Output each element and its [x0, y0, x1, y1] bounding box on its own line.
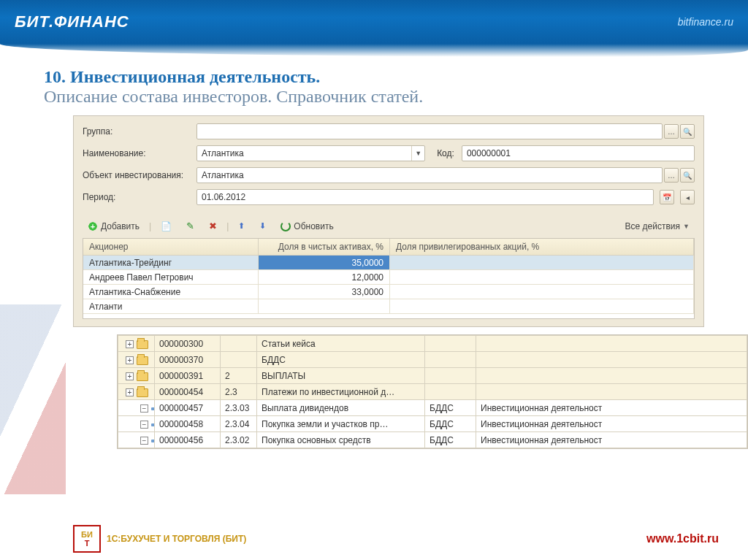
tree-cell-type: БДДС	[425, 432, 476, 448]
logo-mark: БИТ	[73, 525, 101, 553]
pencil-icon: ✎	[186, 220, 194, 231]
label-code: Код:	[437, 148, 454, 158]
period-step-button[interactable]: ◂	[680, 190, 695, 204]
label-name: Наименование:	[83, 148, 192, 158]
shareholders-grid: Акционер Доля в чистых активах, % Доля п…	[83, 238, 695, 319]
group-search-button[interactable]: 🔍	[680, 124, 695, 139]
expand-icon[interactable]: +	[126, 388, 134, 396]
object-select-button[interactable]: …	[664, 168, 679, 183]
table-row[interactable]: Атлантика-Трейдинг 35,0000	[83, 256, 694, 270]
delete-button[interactable]: ✖	[204, 218, 222, 234]
tree-cell-name: БДДС	[257, 352, 425, 368]
tree-cell-act	[476, 336, 747, 352]
collapse-icon[interactable]: −	[140, 404, 148, 413]
move-up-button[interactable]: ⬆	[233, 219, 250, 233]
tree-cell-num: 2.3.04	[221, 416, 257, 432]
footer: БИТ 1С:БУХУЧЕТ И ТОРГОВЛЯ (БИТ) www.1cbi…	[0, 525, 748, 553]
chevron-down-icon: ▼	[683, 223, 690, 230]
tree-cell-code: 000000454	[155, 384, 221, 400]
tree-cell-num	[221, 336, 257, 352]
table-row[interactable]: Андреев Павел Петрович 12,0000	[83, 270, 694, 285]
folder-icon	[137, 340, 148, 349]
col-shareholder[interactable]: Акционер	[83, 239, 259, 255]
all-actions-button[interactable]: Все действия ▼	[620, 219, 695, 234]
col-net-share[interactable]: Доля в чистых активах, %	[259, 239, 390, 255]
period-calendar-button[interactable]: 📅	[660, 190, 674, 204]
tree-cell-name: Покупка земли и участков пр…	[257, 416, 425, 432]
tree-cell-act: Инвестиционная деятельност	[476, 416, 747, 432]
tree-cell-num: 2.3	[221, 384, 257, 400]
heading-line1: 10. Инвестиционная деятельность.	[44, 67, 320, 86]
tree-cell-num: 2.3.03	[221, 400, 257, 416]
folder-icon	[137, 372, 148, 381]
group-select-button[interactable]: …	[664, 124, 679, 139]
arrow-up-icon: ⬆	[238, 221, 245, 231]
code-input[interactable]: 000000001	[462, 145, 695, 161]
edit-button[interactable]: ✎	[181, 218, 199, 234]
delete-icon: ✖	[209, 220, 217, 231]
tree-cell-name: ВЫПЛАТЫ	[257, 368, 425, 384]
tree-cell-num: 2.3.02	[221, 432, 257, 448]
collapse-icon[interactable]: −	[140, 437, 148, 445]
name-select[interactable]: Атлантика ▼	[196, 145, 425, 161]
footer-url: www.1cbit.ru	[646, 532, 719, 545]
tree-cell-type: БДДС	[425, 400, 476, 416]
tree-cell-type	[425, 368, 476, 384]
tree-row[interactable]: −0000004572.3.03Выплата дивидендовБДДСИн…	[118, 400, 747, 416]
label-object: Объект инвестирования:	[83, 170, 192, 180]
expand-icon[interactable]: +	[126, 340, 134, 348]
table-row[interactable]: Атлантика-Снабжение 33,0000	[83, 285, 694, 299]
decorative-stripe	[0, 304, 66, 494]
folder-icon	[137, 388, 148, 397]
refresh-icon	[280, 221, 291, 231]
slide-heading: 10. Инвестиционная деятельность. Описани…	[0, 57, 748, 115]
expand-icon[interactable]: +	[126, 356, 134, 364]
tree-cell-name: Выплата дивидендов	[257, 400, 425, 416]
item-icon	[151, 423, 155, 426]
tree-cell-num: 2	[221, 368, 257, 384]
top-banner: БИТ.ФИНАНС bitfinance.ru	[0, 0, 748, 44]
divider: |	[226, 221, 229, 231]
refresh-button[interactable]: Обновить	[275, 219, 338, 234]
object-search-button[interactable]: 🔍	[680, 168, 695, 183]
move-down-button[interactable]: ⬇	[254, 219, 271, 233]
expand-icon[interactable]: +	[126, 372, 134, 380]
form-panel: Группа: … 🔍 Наименование: Атлантика ▼ Ко…	[73, 115, 704, 327]
articles-tree: +000000300Статьи кейса+000000370БДДС+000…	[117, 334, 748, 449]
item-icon	[151, 407, 155, 410]
tree-row[interactable]: −0000004582.3.04Покупка земли и участков…	[118, 416, 747, 432]
object-input[interactable]: Атлантика	[196, 167, 663, 183]
period-input[interactable]: 01.06.2012	[196, 189, 654, 205]
tree-row[interactable]: +0000003912ВЫПЛАТЫ	[118, 368, 747, 384]
brand-title: БИТ.ФИНАНС	[15, 12, 129, 31]
arrow-down-icon: ⬇	[259, 221, 266, 231]
tree-cell-name: Статьи кейса	[257, 336, 425, 352]
tree-row[interactable]: +000000370БДДС	[118, 352, 747, 368]
banner-wave	[0, 44, 748, 57]
copy-button[interactable]: 📄	[156, 219, 177, 234]
footer-logo: БИТ 1С:БУХУЧЕТ И ТОРГОВЛЯ (БИТ)	[73, 525, 246, 553]
tree-cell-act: Инвестиционная деятельност	[476, 400, 747, 416]
tree-row[interactable]: +0000004542.3Платежи по инвестиционной д…	[118, 384, 747, 400]
tree-cell-name: Платежи по инвестиционной д…	[257, 384, 425, 400]
collapse-icon[interactable]: −	[140, 421, 148, 429]
table-row[interactable]: Атланти	[83, 299, 694, 314]
add-button[interactable]: Добавить	[83, 219, 145, 234]
tree-cell-act: Инвестиционная деятельност	[476, 432, 747, 448]
label-group: Группа:	[83, 126, 192, 137]
copy-icon: 📄	[161, 221, 172, 231]
grid-toolbar: Добавить | 📄 ✎ ✖ | ⬆ ⬇ Обновить Все дейс…	[74, 215, 703, 238]
logo-text: 1С:БУХУЧЕТ И ТОРГОВЛЯ (БИТ)	[107, 534, 246, 544]
tree-cell-code: 000000456	[155, 432, 221, 448]
tree-cell-act	[476, 352, 747, 368]
label-period: Период:	[83, 192, 192, 202]
tree-row[interactable]: +000000300Статьи кейса	[118, 336, 747, 352]
tree-cell-code: 000000370	[155, 352, 221, 368]
tree-cell-num	[221, 352, 257, 368]
item-icon	[151, 440, 155, 442]
grid-header: Акционер Доля в чистых активах, % Доля п…	[83, 239, 694, 256]
tree-row[interactable]: −0000004562.3.02Покупка основных средств…	[118, 432, 747, 448]
col-pref-share[interactable]: Доля привилегированных акций, %	[390, 239, 694, 255]
add-icon	[88, 221, 98, 231]
group-input[interactable]	[196, 123, 663, 139]
